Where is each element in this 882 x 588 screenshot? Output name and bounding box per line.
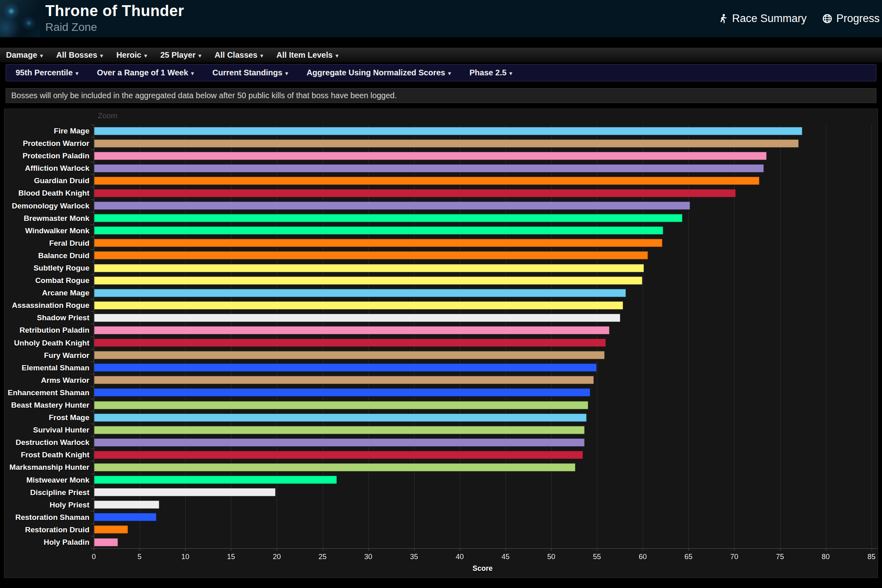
bar-marksmanship-hunter[interactable] [94,463,575,471]
x-tick-label: 5 [127,553,152,561]
filter-label: 95th Percentile [16,68,73,77]
category-label-windwalker-monk: Windwalker Monk [4,224,89,237]
x-axis-tick [872,548,872,551]
filter-current-standings[interactable]: Current Standings▾ [212,68,288,77]
bar-shadow-priest[interactable] [94,314,620,322]
bar-survival-hunter[interactable] [94,426,585,434]
bar-frost-mage[interactable] [94,414,587,422]
x-axis-tick [780,548,781,551]
gridline [140,125,140,548]
gridline [506,125,506,548]
category-label-discipline-priest: Discipline Priest [4,486,89,499]
bar-enhancement-shaman[interactable] [94,388,590,396]
bar-brewmaster-monk[interactable] [94,214,682,222]
gridline [185,125,186,548]
filter-label: Over a Range of 1 Week [97,68,188,77]
category-label-blood-death-knight: Blood Death Knight [4,187,89,199]
filter-all-classes[interactable]: All Classes▾ [214,51,263,60]
bar-destruction-warlock[interactable] [94,438,585,447]
bar-protection-paladin[interactable] [94,152,767,160]
filter-all-bosses[interactable]: All Bosses▾ [56,51,103,60]
category-label-fire-mage: Fire Mage [4,125,89,137]
bar-affliction-warlock[interactable] [94,164,764,172]
bar-assassination-rogue[interactable] [94,301,623,309]
secondary-filter-bar: 95th Percentile▾Over a Range of 1 Week▾C… [6,64,876,81]
bar-restoration-shaman[interactable] [94,513,156,521]
category-label-assassination-rogue: Assassination Rogue [4,299,89,311]
category-label-subtlety-rogue: Subtlety Rogue [4,262,89,274]
filter-aggregate-using-normalized-scores[interactable]: Aggregate Using Normalized Scores▾ [307,68,451,77]
y-axis-tick [91,449,94,449]
bar-arcane-mage[interactable] [94,289,626,297]
x-tick-label: 40 [448,553,472,561]
y-axis-tick [91,262,94,262]
bar-windwalker-monk[interactable] [94,226,663,234]
category-label-unholy-death-knight: Unholy Death Knight [4,337,89,349]
gridline [551,125,552,548]
category-label-balance-druid: Balance Druid [4,249,89,262]
x-tick-label: 60 [631,553,655,561]
x-axis-tick [643,548,643,551]
bar-fire-mage[interactable] [94,127,802,135]
filter-over-a-range-of-1-week[interactable]: Over a Range of 1 Week▾ [97,68,194,77]
gridline [597,125,597,548]
bar-subtlety-rogue[interactable] [94,264,644,272]
nav-race-summary[interactable]: Race Summary [718,12,807,25]
y-axis-tick [91,237,94,237]
filter-95th-percentile[interactable]: 95th Percentile▾ [16,68,79,77]
page-subtitle: Raid Zone [45,21,184,34]
bar-feral-druid[interactable] [94,239,662,247]
bar-guardian-druid[interactable] [94,177,759,185]
y-axis-tick [91,137,94,137]
y-axis-tick [91,424,94,424]
x-axis-tick [231,548,231,551]
y-axis-tick [91,499,94,499]
category-label-arms-warrior: Arms Warrior [4,374,89,386]
filter-all-item-levels[interactable]: All Item Levels▾ [277,51,339,60]
nav-label-progress: Progress [836,12,880,25]
zone-thumbnail [0,0,40,37]
bar-frost-death-knight[interactable] [94,451,583,459]
bar-holy-paladin[interactable] [94,538,118,546]
category-label-holy-paladin: Holy Paladin [4,536,89,548]
category-label-affliction-warlock: Affliction Warlock [4,162,89,174]
bar-retribution-paladin[interactable] [94,326,609,334]
y-axis-tick [91,224,94,225]
filter-heroic[interactable]: Heroic▾ [116,51,147,60]
bar-discipline-priest[interactable] [94,488,275,496]
y-axis-tick [91,174,94,175]
bar-mistweaver-monk[interactable] [94,476,337,484]
category-label-mistweaver-monk: Mistweaver Monk [4,474,89,486]
gridline [460,125,460,548]
category-label-protection-paladin: Protection Paladin [4,150,89,162]
bar-protection-warrior[interactable] [94,139,799,148]
bar-balance-druid[interactable] [94,251,648,259]
chevron-down-icon: ▾ [40,52,43,59]
bar-beast-mastery-hunter[interactable] [94,401,588,409]
filter-damage[interactable]: Damage▾ [6,51,43,60]
nav-progress[interactable]: Progress [822,12,880,25]
y-axis-tick [91,311,94,312]
category-label-guardian-druid: Guardian Druid [4,174,89,187]
gridline [368,125,369,548]
bar-blood-death-knight[interactable] [94,189,736,197]
x-tick-label: 0 [82,553,106,561]
category-label-holy-priest: Holy Priest [4,499,89,511]
bar-restoration-druid[interactable] [94,525,128,533]
category-label-combat-rogue: Combat Rogue [4,274,89,287]
filter-25-player[interactable]: 25 Player▾ [160,51,201,60]
bar-holy-priest[interactable] [94,501,159,509]
gridline [414,125,415,548]
chevron-down-icon: ▾ [260,52,263,59]
bar-fury-warrior[interactable] [94,351,605,359]
x-axis-line [94,548,878,549]
bar-demonology-warlock[interactable] [94,202,690,210]
bar-arms-warrior[interactable] [94,376,594,384]
bar-elemental-shaman[interactable] [94,364,597,372]
gridline [734,125,734,548]
category-label-elemental-shaman: Elemental Shaman [4,362,89,374]
y-axis-tick [91,337,94,337]
filter-phase-2-5[interactable]: Phase 2.5▾ [469,68,512,77]
bar-combat-rogue[interactable] [94,277,642,285]
bar-unholy-death-knight[interactable] [94,339,606,347]
